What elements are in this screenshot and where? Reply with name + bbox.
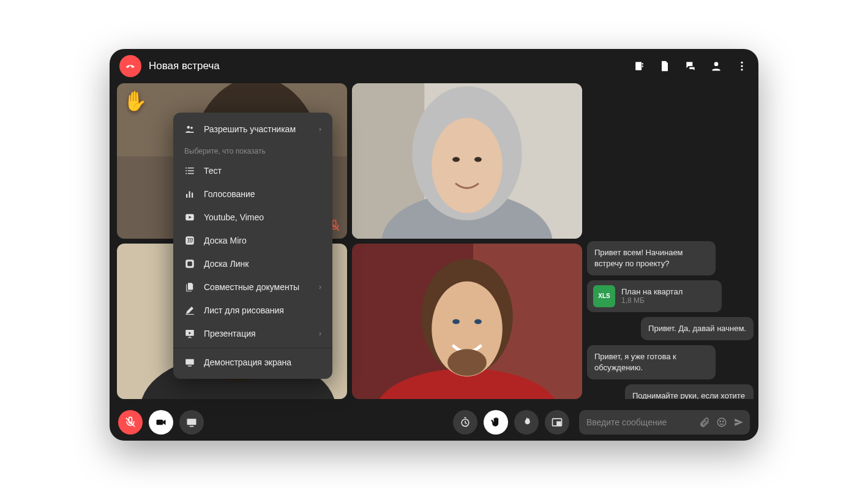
document-icon[interactable] <box>658 59 672 73</box>
list-icon <box>184 165 195 176</box>
menu-test[interactable]: Тест <box>173 159 332 182</box>
svg-rect-49 <box>185 359 194 364</box>
menu-label: Лист для рисования <box>204 305 284 315</box>
svg-rect-2 <box>642 65 643 67</box>
header: Новая встреча <box>110 49 758 83</box>
file-type-badge: XLS <box>593 285 615 307</box>
chat-input-container <box>579 410 750 435</box>
svg-rect-44 <box>185 236 194 245</box>
poll-icon <box>184 189 195 200</box>
menu-section-label: Выберите, что показать <box>173 141 332 159</box>
camera-button[interactable] <box>149 410 173 435</box>
svg-point-58 <box>720 420 721 422</box>
chat-message[interactable]: Поднимайте руки, если хотите что-то спро… <box>625 384 754 398</box>
raised-hand-badge: ✋ <box>123 89 148 113</box>
chat-messages: Привет всем! Начинаем встречу по проекту… <box>587 241 754 399</box>
hangup-button[interactable] <box>119 55 141 77</box>
svg-rect-41 <box>189 191 190 198</box>
svg-point-59 <box>723 420 724 422</box>
menu-divider <box>173 348 332 348</box>
notes-icon[interactable] <box>632 59 646 73</box>
reactions-button[interactable] <box>514 410 539 435</box>
chat-message[interactable]: Привет всем! Начинаем встречу по проекту… <box>587 241 716 275</box>
raise-hand-button[interactable] <box>484 410 508 435</box>
emoji-icon <box>716 417 727 428</box>
chat-file-message[interactable]: XLS План на квартал 1,8 МБ <box>587 280 722 312</box>
svg-point-4 <box>741 61 743 63</box>
pip-button[interactable] <box>545 410 569 435</box>
menu-poll[interactable]: Голосование <box>173 182 332 206</box>
svg-point-5 <box>741 65 743 67</box>
emoji-button[interactable] <box>716 416 728 428</box>
chat-message[interactable]: Привет, я уже готова к обсуждению. <box>587 345 716 379</box>
screen-share-icon <box>185 416 198 428</box>
svg-rect-50 <box>188 365 192 367</box>
chat-icon[interactable] <box>684 59 697 73</box>
svg-rect-47 <box>185 314 194 315</box>
svg-point-3 <box>714 62 719 66</box>
participants-icon[interactable] <box>709 59 723 73</box>
svg-point-32 <box>187 125 190 129</box>
play-icon <box>184 212 195 223</box>
menu-link-board[interactable]: Доска Линк <box>173 252 332 275</box>
phone-down-icon <box>124 60 137 72</box>
paperclip-icon <box>699 417 710 428</box>
send-button[interactable] <box>733 416 745 428</box>
file-name: План на квартал <box>621 287 683 296</box>
menu-presentation[interactable]: Презентация › <box>173 322 332 345</box>
svg-rect-46 <box>187 261 192 266</box>
svg-rect-34 <box>185 167 187 168</box>
meeting-title: Новая встреча <box>149 60 220 72</box>
file-size: 1,8 МБ <box>621 296 683 305</box>
menu-label: Разрешить участникам <box>204 124 296 134</box>
menu-label: Презентация <box>204 329 256 338</box>
footer-toolbar <box>110 404 758 441</box>
menu-video[interactable]: Youtube, Vimeo <box>173 206 332 229</box>
main-area: ✋ <box>110 83 758 404</box>
share-button[interactable] <box>179 410 204 435</box>
chat-input[interactable] <box>586 417 694 427</box>
presentation-icon <box>184 328 195 339</box>
participant-tile[interactable] <box>352 244 582 399</box>
menu-allow-participants[interactable]: Разрешить участникам › <box>173 118 332 141</box>
svg-point-17 <box>474 157 482 162</box>
menu-label: Демонстрация экрана <box>204 357 291 367</box>
svg-point-30 <box>474 319 482 324</box>
chevron-right-icon: › <box>319 283 321 291</box>
svg-point-15 <box>432 118 503 212</box>
hand-icon <box>490 416 502 428</box>
pip-icon <box>551 416 563 428</box>
svg-rect-1 <box>642 63 643 65</box>
menu-label: Тест <box>204 166 222 176</box>
menu-screenshare[interactable]: Демонстрация экрана <box>173 351 332 374</box>
attach-button[interactable] <box>698 416 711 428</box>
participant-tile[interactable] <box>352 83 582 239</box>
timer-icon <box>459 416 471 428</box>
menu-miro[interactable]: Доска Miro <box>173 229 332 252</box>
mic-off-icon <box>124 416 137 428</box>
svg-point-33 <box>190 126 193 129</box>
timer-button[interactable] <box>453 410 477 435</box>
menu-label: Доска Линк <box>204 259 249 269</box>
menu-shared-docs[interactable]: Совместные документы › <box>173 275 332 299</box>
menu-whiteboard[interactable]: Лист для рисования <box>173 299 332 322</box>
svg-rect-52 <box>187 419 196 425</box>
share-menu: Разрешить участникам › Выберите, что пок… <box>173 113 332 379</box>
menu-label: Голосование <box>204 189 255 199</box>
chat-message[interactable]: Привет. Да, давай начнем. <box>641 317 754 340</box>
svg-point-29 <box>452 319 460 324</box>
svg-rect-42 <box>192 192 193 197</box>
svg-rect-37 <box>188 170 194 171</box>
svg-rect-36 <box>185 170 187 171</box>
svg-rect-35 <box>188 167 194 168</box>
menu-label: Совместные документы <box>204 282 299 292</box>
svg-rect-40 <box>186 194 187 198</box>
mic-button[interactable] <box>118 410 143 435</box>
svg-rect-51 <box>157 419 163 424</box>
more-icon[interactable] <box>735 59 749 73</box>
svg-rect-53 <box>190 425 194 427</box>
video-grid: ✋ <box>117 83 582 399</box>
miro-icon <box>184 235 195 246</box>
chevron-right-icon: › <box>319 125 321 133</box>
svg-point-6 <box>741 69 743 70</box>
